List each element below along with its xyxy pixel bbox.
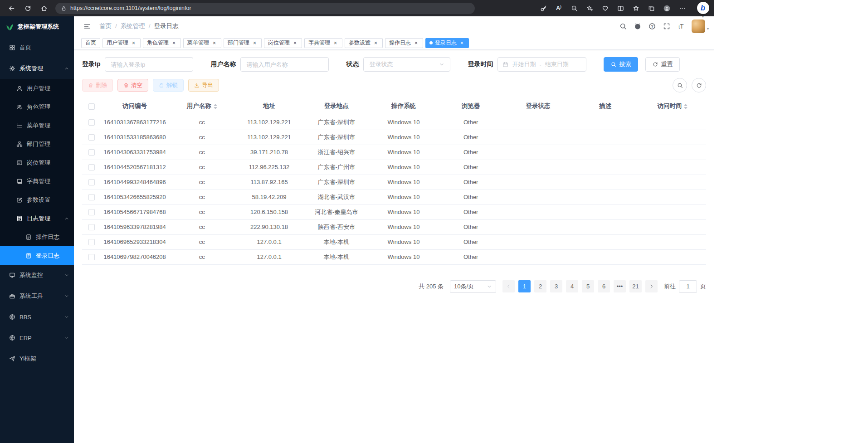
row-checkbox[interactable] [88,209,95,215]
reset-button[interactable]: 重置 [645,57,680,72]
fullscreen-button[interactable] [660,19,673,33]
prev-page-button[interactable] [502,280,515,292]
table-row[interactable]: 1641044993248464896cc113.87.92.165广东省-深圳… [82,175,706,190]
sidebar-item-0[interactable]: 首页 [0,37,74,58]
sidebar-item-11[interactable]: 登录日志 [0,246,74,265]
tab-4[interactable]: 部门管理× [224,38,262,48]
page-button-last[interactable]: 21 [629,280,642,292]
table-row[interactable]: 1641043063331753984cc39.171.210.78浙江省-绍兴… [82,145,706,160]
unlock-button[interactable]: 解锁 [153,79,184,92]
export-button[interactable]: 导出 [188,79,219,92]
column-header-1[interactable]: 用户名称 [168,98,235,115]
more-pages-button[interactable]: ••• [614,280,626,292]
home-button[interactable] [37,2,51,15]
favorites-bar-button[interactable] [629,2,643,15]
table-row[interactable]: 1641053426655825920cc58.19.42.209湖北省-武汉市… [82,190,706,204]
sidebar-item-13[interactable]: 系统工具 [0,286,74,307]
row-checkbox[interactable] [88,179,95,185]
back-button[interactable] [5,2,18,15]
essentials-button[interactable] [598,2,612,15]
tab-0[interactable]: 首页 [81,38,100,48]
close-icon[interactable]: × [252,40,258,46]
page-button-6[interactable]: 6 [598,280,610,292]
tab-7[interactable]: 参数设置× [345,38,383,48]
tab-2[interactable]: 角色管理× [143,38,181,48]
hamburger-button[interactable] [80,19,94,33]
sidebar-item-4[interactable]: 菜单管理 [0,116,74,135]
tab-6[interactable]: 字典管理× [304,38,342,48]
sidebar-item-5[interactable]: 部门管理 [0,135,74,153]
sidebar-item-6[interactable]: 岗位管理 [0,153,74,172]
row-checkbox[interactable] [88,134,95,141]
page-button-5[interactable]: 5 [582,280,594,292]
delete-button[interactable]: 删除 [82,79,113,92]
sidebar-item-3[interactable]: 角色管理 [0,97,74,116]
tab-8[interactable]: 操作日志× [385,38,423,48]
next-page-button[interactable] [645,280,658,292]
sidebar-item-1[interactable]: 系统管理 [0,58,74,79]
row-checkbox[interactable] [88,224,95,230]
page-button-2[interactable]: 2 [534,280,546,292]
date-range-picker[interactable]: 开始日期 - 结束日期 [497,57,586,72]
row-checkbox[interactable] [88,254,95,260]
table-row[interactable]: 1641054566717984768cc120.6.150.158河北省-秦皇… [82,204,706,219]
breadcrumb-system[interactable]: 系统管理 [121,22,145,30]
refresh-table-button[interactable] [692,78,706,92]
tab-9[interactable]: 登录日志× [425,38,469,48]
table-row[interactable]: 1641031533185863680cc113.102.129.221广东省-… [82,130,706,145]
close-icon[interactable]: × [131,40,137,46]
row-checkbox[interactable] [88,194,95,200]
close-icon[interactable]: × [332,40,338,46]
collections-button[interactable] [644,2,658,15]
page-size-select[interactable]: 10条/页 [450,280,496,293]
tab-1[interactable]: 用户管理× [102,38,141,48]
close-icon[interactable]: × [459,40,465,46]
sidebar-item-8[interactable]: 参数设置 [0,190,74,209]
table-row[interactable]: 1641044520567181312cc112.96.225.132广东省-广… [82,160,706,175]
read-aloud-button[interactable]: A) [552,2,566,15]
sidebar-item-7[interactable]: 字典管理 [0,172,74,190]
row-checkbox[interactable] [88,119,95,126]
sort-caret-icon[interactable] [684,104,688,109]
page-button-4[interactable]: 4 [566,280,578,292]
sidebar-item-16[interactable]: Yi框架 [0,348,74,369]
key-button[interactable] [536,2,550,15]
row-checkbox[interactable] [88,239,95,245]
sidebar-item-9[interactable]: 日志管理 [0,209,74,228]
font-size-button[interactable]: tT [674,19,688,33]
ip-input[interactable] [105,57,193,72]
github-button[interactable] [631,19,644,33]
clear-button[interactable]: 清空 [117,79,148,92]
tab-5[interactable]: 岗位管理× [264,38,302,48]
favorite-add-button[interactable] [583,2,596,15]
table-row[interactable]: 1641069652933218304cc127.0.0.1本地-本机Windo… [82,234,706,249]
status-select[interactable]: 登录状态 [363,57,450,72]
close-icon[interactable]: × [373,40,379,46]
profile-avatar-button[interactable] [660,2,673,15]
user-avatar[interactable] [692,19,705,33]
split-screen-button[interactable] [614,2,627,15]
tab-3[interactable]: 菜单管理× [183,38,221,48]
close-icon[interactable]: × [413,40,419,46]
sidebar-item-12[interactable]: 系统监控 [0,265,74,286]
goto-page-input[interactable] [679,280,697,293]
select-all-checkbox[interactable] [88,103,95,110]
column-header-8[interactable]: 访问时间 [639,98,706,115]
table-row[interactable]: 1641059633978281984cc222.90.130.18陕西省-西安… [82,219,706,234]
close-icon[interactable]: × [292,40,298,46]
toggle-search-button[interactable] [673,78,687,92]
sidebar-item-10[interactable]: 操作日志 [0,228,74,246]
table-row[interactable]: 1641031367863177216cc113.102.129.221广东省-… [82,115,706,130]
more-button[interactable] [675,2,689,15]
help-button[interactable]: ? [645,19,659,33]
breadcrumb-home[interactable]: 首页 [99,22,112,30]
search-button[interactable] [616,19,630,33]
refresh-button[interactable] [21,2,34,15]
sidebar-item-14[interactable]: BBS [0,307,74,327]
page-button-3[interactable]: 3 [550,280,562,292]
sidebar-item-15[interactable]: ERP [0,327,74,348]
page-button-1[interactable]: 1 [518,280,531,292]
close-icon[interactable]: × [211,40,217,46]
zoom-out-button[interactable] [567,2,581,15]
close-icon[interactable]: × [171,40,177,46]
